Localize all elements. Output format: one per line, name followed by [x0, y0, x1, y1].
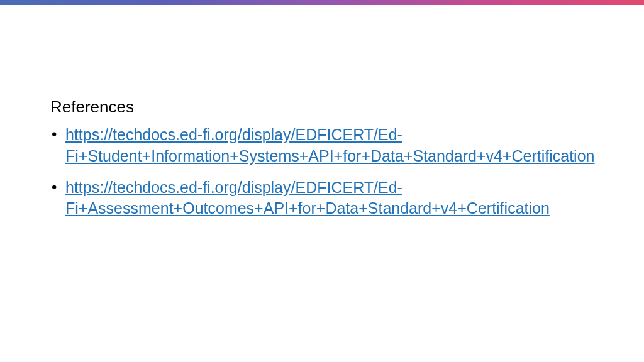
list-item: https://techdocs.ed-fi.org/display/EDFIC…	[50, 177, 603, 220]
top-gradient-border	[0, 0, 644, 5]
reference-link[interactable]: https://techdocs.ed-fi.org/display/EDFIC…	[65, 126, 594, 165]
references-list: https://techdocs.ed-fi.org/display/EDFIC…	[50, 124, 603, 219]
list-item: https://techdocs.ed-fi.org/display/EDFIC…	[50, 124, 603, 167]
references-heading: References	[50, 97, 603, 117]
reference-link[interactable]: https://techdocs.ed-fi.org/display/EDFIC…	[65, 178, 550, 217]
slide-content: References https://techdocs.ed-fi.org/di…	[50, 97, 603, 229]
